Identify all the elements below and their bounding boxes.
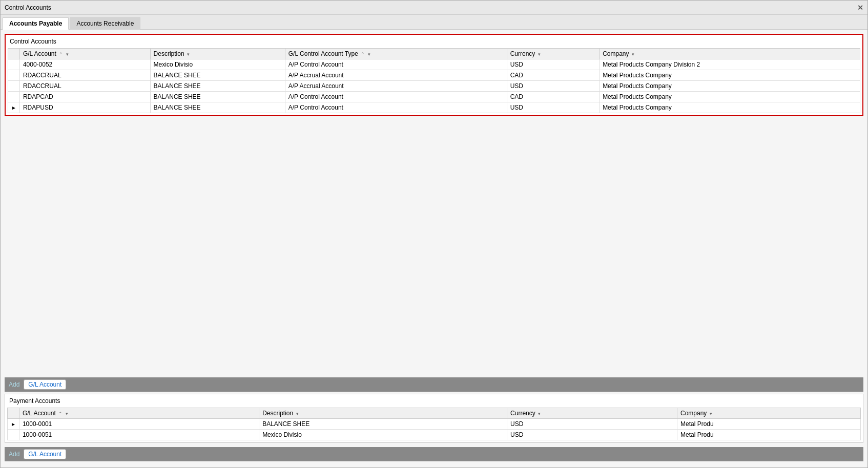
pay-description-filter-icon[interactable]: ▾: [296, 411, 299, 416]
control-gl-account-button[interactable]: G/L Account: [24, 379, 66, 390]
payment-accounts-section: Payment Accounts G/L Account ⌃ ▾ Descrip…: [5, 394, 863, 443]
cell-gl-account: 1000-0051: [19, 430, 259, 440]
payment-add-button[interactable]: Add: [9, 451, 19, 458]
control-accounts-header-row: G/L Account ⌃ ▾ Description ▾ G/L Contro…: [8, 49, 860, 59]
control-add-button[interactable]: Add: [9, 381, 19, 388]
col-header-description[interactable]: Description ▾: [150, 49, 285, 59]
row-arrow: ►: [8, 102, 20, 113]
col-header-currency[interactable]: Currency ▾: [507, 49, 599, 59]
cell-gl-account: 4000-0052: [19, 59, 150, 70]
row-arrow: [8, 92, 20, 102]
control-accounts-label: Control Accounts: [8, 37, 860, 46]
cell-company: Metal Produ: [677, 419, 860, 430]
cell-gl-type: A/P Control Account: [285, 92, 507, 102]
gl-type-sort-icon: ⌃: [361, 52, 365, 57]
row-arrow: [8, 430, 19, 440]
cell-gl-type: A/P Accrual Account: [285, 81, 507, 92]
pay-col-header-description[interactable]: Description ▾: [259, 408, 507, 419]
main-window: Control Accounts ✕ Accounts Payable Acco…: [0, 0, 868, 468]
tab-accounts-payable[interactable]: Accounts Payable: [3, 17, 69, 30]
cell-description: BALANCE SHEE: [150, 81, 285, 92]
control-account-row[interactable]: 4000-0052 Mexico Divisio A/P Control Acc…: [8, 59, 860, 70]
pay-col-header-gl-account[interactable]: G/L Account ⌃ ▾: [19, 408, 259, 419]
cell-company: Metal Products Company Division 2: [600, 59, 860, 70]
payment-accounts-header-row: G/L Account ⌃ ▾ Description ▾ Currency ▾: [8, 408, 861, 419]
window-title: Control Accounts: [5, 4, 51, 11]
cell-currency: USD: [507, 419, 677, 430]
cell-gl-type: A/P Accrual Account: [285, 70, 507, 81]
gl-account-filter-icon[interactable]: ▾: [66, 52, 69, 57]
row-arrow: [8, 59, 20, 70]
cell-gl-account: 1000-0001: [19, 419, 259, 430]
cell-gl-type: A/P Control Account: [285, 102, 507, 113]
cell-company: Metal Products Company: [600, 92, 860, 102]
middle-spacer: [5, 120, 863, 377]
cell-company: Metal Produ: [677, 430, 860, 440]
title-bar: Control Accounts ✕: [1, 1, 867, 15]
cell-gl-account: RDACCRUAL: [19, 70, 150, 81]
tabs-bar: Accounts Payable Accounts Receivable: [1, 15, 867, 30]
gl-type-filter-icon[interactable]: ▾: [368, 52, 370, 57]
control-account-row[interactable]: RDAPCAD BALANCE SHEE A/P Control Account…: [8, 92, 860, 102]
pay-company-filter-icon[interactable]: ▾: [710, 411, 712, 416]
cell-currency: USD: [507, 81, 599, 92]
row-arrow: [8, 70, 20, 81]
pay-col-header-company[interactable]: Company ▾: [677, 408, 860, 419]
cell-currency: USD: [507, 102, 599, 113]
pay-gl-account-filter-icon[interactable]: ▾: [66, 411, 68, 416]
payment-toolbar: Add G/L Account: [5, 447, 863, 461]
cell-description: BALANCE SHEE: [150, 102, 285, 113]
control-toolbar: Add G/L Account: [5, 377, 863, 392]
control-account-row[interactable]: RDACCRUAL BALANCE SHEE A/P Accrual Accou…: [8, 70, 860, 81]
cell-company: Metal Products Company: [600, 81, 860, 92]
cell-description: Mexico Divisio: [150, 59, 285, 70]
payment-account-row[interactable]: 1000-0051 Mexico Divisio USD Metal Produ: [8, 430, 861, 440]
cell-currency: CAD: [507, 92, 599, 102]
pay-gl-account-sort-icon: ⌃: [58, 411, 63, 416]
payment-gl-account-button[interactable]: G/L Account: [24, 449, 66, 459]
gl-account-sort-icon: ⌃: [59, 52, 63, 57]
row-arrow: ►: [8, 419, 19, 430]
pay-col-header-arrow: [8, 408, 19, 419]
cell-gl-account: RDAPCAD: [19, 92, 150, 102]
close-button[interactable]: ✕: [857, 4, 863, 12]
payment-accounts-label: Payment Accounts: [7, 396, 861, 406]
cell-company: Metal Products Company: [600, 70, 860, 81]
currency-filter-icon[interactable]: ▾: [538, 52, 541, 57]
payment-account-row[interactable]: ► 1000-0001 BALANCE SHEE USD Metal Produ: [8, 419, 861, 430]
col-header-gl-account[interactable]: G/L Account ⌃ ▾: [19, 49, 150, 59]
cell-company: Metal Products Company: [600, 102, 860, 113]
cell-currency: USD: [507, 430, 677, 440]
cell-description: BALANCE SHEE: [150, 92, 285, 102]
col-header-arrow: [8, 49, 20, 59]
col-header-company[interactable]: Company ▾: [600, 49, 860, 59]
cell-gl-account: RDAPUSD: [19, 102, 150, 113]
cell-currency: USD: [507, 59, 599, 70]
control-accounts-table: G/L Account ⌃ ▾ Description ▾ G/L Contro…: [8, 48, 860, 113]
content-area: Control Accounts G/L Account ⌃ ▾ Descrip…: [1, 30, 867, 467]
col-header-gl-type[interactable]: G/L Control Account Type ⌃ ▾: [285, 49, 507, 59]
payment-accounts-table: G/L Account ⌃ ▾ Description ▾ Currency ▾: [7, 408, 861, 440]
company-filter-icon[interactable]: ▾: [632, 52, 634, 57]
control-account-row[interactable]: ► RDAPUSD BALANCE SHEE A/P Control Accou…: [8, 102, 860, 113]
control-accounts-section: Control Accounts G/L Account ⌃ ▾ Descrip…: [5, 34, 863, 116]
control-account-row[interactable]: RDACCRUAL BALANCE SHEE A/P Accrual Accou…: [8, 81, 860, 92]
cell-description: BALANCE SHEE: [150, 70, 285, 81]
cell-description: Mexico Divisio: [259, 430, 507, 440]
description-filter-icon[interactable]: ▾: [187, 52, 190, 57]
pay-col-header-currency[interactable]: Currency ▾: [507, 408, 677, 419]
cell-currency: CAD: [507, 70, 599, 81]
cell-gl-account: RDACCRUAL: [19, 81, 150, 92]
cell-description: BALANCE SHEE: [259, 419, 507, 430]
pay-currency-filter-icon[interactable]: ▾: [538, 411, 541, 416]
cell-gl-type: A/P Control Account: [285, 59, 507, 70]
row-arrow: [8, 81, 20, 92]
tab-accounts-receivable[interactable]: Accounts Receivable: [70, 17, 140, 30]
